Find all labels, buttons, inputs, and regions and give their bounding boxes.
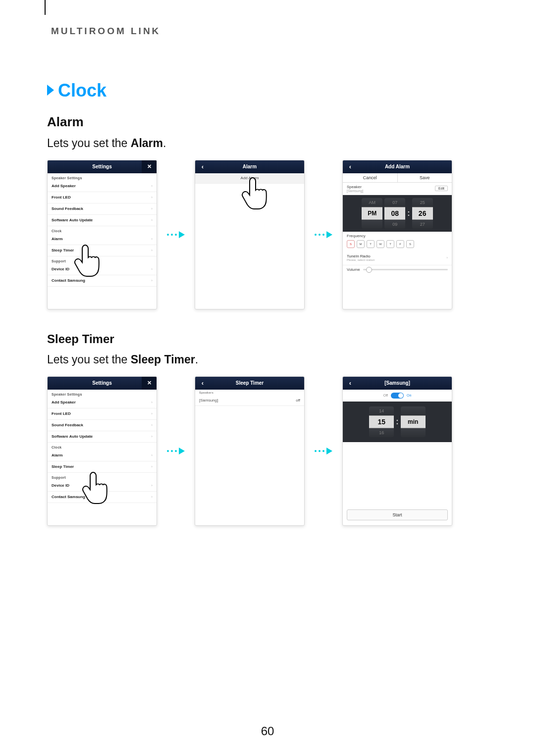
sleep-title: Sleep Timer: [236, 380, 264, 386]
sleep-speaker-row[interactable]: [Samsung] off: [195, 396, 304, 406]
tunein-row[interactable]: TuneIn Radio Please, select station ›: [343, 251, 452, 265]
day-wed[interactable]: W: [376, 240, 384, 248]
speaker-name: [Samsung]: [199, 398, 218, 403]
day-mon[interactable]: M: [357, 240, 365, 248]
flow-arrow: [166, 447, 186, 455]
close-button[interactable]: ✕: [142, 160, 157, 173]
item-software-update[interactable]: Software Auto Update›: [48, 431, 157, 443]
item-sound-feedback[interactable]: Sound Feedback›: [48, 420, 157, 431]
back-button[interactable]: ‹: [195, 377, 210, 390]
volume-row: Volume: [343, 265, 452, 274]
svg-point-5: [322, 234, 324, 236]
off-label: Off: [383, 394, 388, 397]
item-front-led[interactable]: Front LED›: [48, 408, 157, 420]
arrow-right-icon: [166, 447, 186, 455]
frequency-label: Frequency: [347, 234, 366, 238]
screenshot-sleep-list: ‹ Sleep Timer Speakers [Samsung] off: [195, 376, 305, 526]
cancel-button[interactable]: Cancel: [343, 173, 397, 182]
label: Sleep Timer: [52, 464, 74, 469]
sleep-steps-row: Settings ✕ Speaker Settings Add Speaker›…: [47, 376, 490, 526]
alarm-desc-bold: Alarm: [131, 137, 163, 150]
item-contact-samsung[interactable]: Contact Samsung›: [48, 492, 157, 503]
min-next: 27: [412, 220, 433, 229]
chevron-right-icon: ›: [151, 195, 153, 200]
label: Sound Feedback: [52, 423, 83, 427]
flow-arrow: [166, 230, 186, 239]
minutes-picker[interactable]: 14 15 16 : min: [343, 402, 452, 442]
settings-header: Settings ✕: [48, 160, 157, 173]
cat-speaker-settings: Speaker Settings: [48, 390, 157, 397]
arrow-right-icon: [314, 447, 333, 455]
item-contact-samsung[interactable]: Contact Samsung›: [48, 275, 157, 287]
svg-point-1: [171, 234, 173, 236]
frequency-days: S M T W T F S: [343, 238, 452, 251]
day-fri[interactable]: F: [396, 240, 404, 248]
chevron-right-icon: ›: [151, 423, 153, 427]
item-sound-feedback[interactable]: Sound Feedback›: [48, 203, 157, 215]
svg-point-4: [319, 234, 321, 236]
add-alarm-header: ‹ Add Alarm: [343, 160, 452, 173]
day-tue[interactable]: T: [367, 240, 374, 248]
chevron-right-icon: ›: [151, 206, 153, 211]
day-sat[interactable]: S: [406, 240, 414, 248]
volume-slider[interactable]: [363, 269, 448, 270]
alarm-steps-row: Settings ✕ Speaker Settings Add Speaker›…: [47, 160, 490, 309]
ampm-column[interactable]: AM PM: [362, 198, 382, 229]
tunein-label: TuneIn Radio: [347, 254, 375, 258]
sleep-detail-title: [Samsung]: [384, 380, 410, 386]
svg-point-7: [171, 450, 173, 452]
hour-column[interactable]: 07 08 09: [384, 198, 405, 229]
edit-button[interactable]: Edit: [435, 186, 448, 191]
alarm-header: ‹ Alarm: [195, 160, 304, 173]
item-sleep-timer[interactable]: Sleep Timer›: [48, 461, 157, 473]
hour-selected: 08: [384, 207, 405, 220]
add-alarm-title: Add Alarm: [385, 164, 410, 169]
time-colon: :: [407, 209, 410, 218]
chevron-right-icon: ›: [151, 267, 153, 271]
on-label: On: [407, 394, 411, 397]
item-sleep-timer[interactable]: Sleep Timer›: [48, 245, 157, 256]
min-prev: 25: [412, 198, 433, 207]
chevron-right-icon: ›: [151, 411, 153, 416]
chevron-right-icon: ›: [151, 453, 153, 457]
item-add-speaker[interactable]: Add Speaker›: [48, 397, 157, 408]
label: Software Auto Update: [52, 434, 93, 439]
minutes-column[interactable]: 14 15 16: [369, 406, 394, 437]
speaker-value: [Samsung]: [347, 189, 363, 193]
label: Front LED: [52, 411, 71, 416]
label: Alarm: [52, 237, 63, 241]
minute-column[interactable]: 25 26 27: [412, 198, 433, 229]
item-software-update[interactable]: Software Auto Update›: [48, 215, 157, 226]
item-device-id[interactable]: Device ID›: [48, 264, 157, 275]
time-picker[interactable]: AM PM 07 08 09 : 25 26 27: [343, 195, 452, 232]
chevron-right-icon: ›: [151, 434, 153, 439]
speakers-category: Speakers: [195, 390, 304, 396]
breadcrumb: MULTIROOM LINK: [51, 26, 490, 37]
back-button[interactable]: ‹: [195, 160, 210, 173]
close-button[interactable]: ✕: [142, 377, 157, 390]
add-alarm-label: Add Alarm: [241, 176, 259, 180]
back-button[interactable]: ‹: [343, 377, 358, 390]
item-front-led[interactable]: Front LED›: [48, 192, 157, 203]
item-alarm[interactable]: Alarm›: [48, 234, 157, 245]
add-alarm-bar[interactable]: Add Alarm: [195, 173, 304, 184]
speaker-status: off: [296, 398, 300, 403]
screenshot-settings-sleep: Settings ✕ Speaker Settings Add Speaker›…: [47, 376, 157, 526]
item-device-id[interactable]: Device ID›: [48, 480, 157, 492]
toggle-knob-icon: [398, 393, 403, 398]
alarm-heading: Alarm: [47, 115, 490, 130]
item-add-speaker[interactable]: Add Speaker›: [48, 181, 157, 192]
save-button[interactable]: Save: [397, 173, 452, 182]
alarm-desc: Lets you set the Alarm.: [47, 137, 490, 150]
section-title-clock: Clock: [47, 80, 490, 101]
alarm-desc-suffix: .: [163, 137, 166, 150]
back-button[interactable]: ‹: [343, 160, 358, 173]
day-sun[interactable]: S: [347, 240, 355, 248]
onoff-toggle[interactable]: [391, 393, 404, 399]
flow-arrow: [314, 447, 333, 455]
day-thu[interactable]: T: [386, 240, 394, 248]
chevron-right-icon: ›: [151, 483, 153, 488]
item-alarm[interactable]: Alarm›: [48, 450, 157, 461]
start-button[interactable]: Start: [347, 509, 448, 520]
settings-title: Settings: [92, 164, 111, 169]
